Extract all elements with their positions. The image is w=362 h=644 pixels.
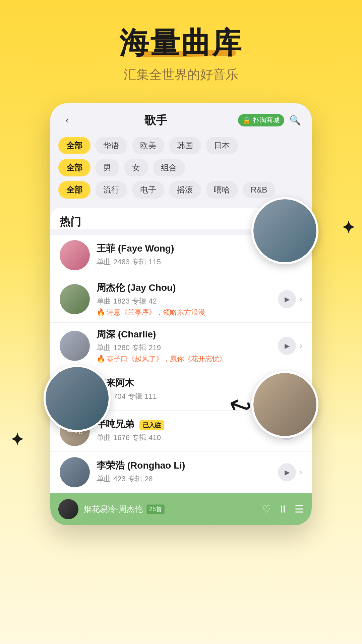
artist-name-faye-wong: 王菲 (Faye Wong) <box>97 242 271 255</box>
artist-stats-jay-chou: 单曲 1823 专辑 42 <box>97 296 271 306</box>
filter-tag-rnb[interactable]: R&B <box>243 182 275 198</box>
artist-hot-desc-charlie-zhou: 🔥 巷子口《起风了》，愿你《花开忘忧》 <box>97 354 271 364</box>
playlist-button[interactable]: ☰ <box>295 503 304 515</box>
artist-list: 王菲 (Faye Wong) 单曲 2483 专辑 115 ▶ › 周杰伦 (J… <box>50 235 312 493</box>
shop-lock-icon: 🔒 <box>243 116 251 124</box>
artist-avatar-faye-wong <box>60 240 90 270</box>
filter-tag-hiphop[interactable]: 嘻哈 <box>206 181 238 199</box>
shop-badge[interactable]: 🔒 扑淘商城 <box>238 114 284 126</box>
artist-name-jay-chou: 周杰伦 (Jay Chou) <box>97 281 271 294</box>
app-header: ‹ 歌手 🔒 扑淘商城 🔍 <box>50 103 312 133</box>
artist-actions-charlie-zhou: ▶ › <box>278 337 302 355</box>
filter-tag-electronic[interactable]: 电子 <box>132 181 164 199</box>
artist-name-charlie-zhou: 周深 (Charlie) <box>97 328 271 341</box>
artist-actions-jay-chou: ▶ › <box>278 290 302 308</box>
artist-info-li-ronghao: 李荣浩 (Ronghao Li) 单曲 423 专辑 28 <box>97 459 271 485</box>
artist-info-charlie-zhou: 周深 (Charlie) 单曲 1280 专辑 219 🔥 巷子口《起风了》，愿… <box>97 328 271 364</box>
filter-tag-female[interactable]: 女 <box>124 159 148 176</box>
chevron-right-jay-chou: › <box>299 294 302 304</box>
deco-circle-artist-1 <box>251 197 318 264</box>
chevron-right-charlie-zhou: › <box>299 340 302 351</box>
artist-avatar-jay-chou <box>60 284 90 314</box>
filter-row-gender: 全部 男 女 组合 <box>58 159 304 176</box>
play-button-jay-chou[interactable]: ▶ <box>278 290 296 308</box>
artist-stats-li-ronghao: 单曲 423 专辑 28 <box>97 474 271 484</box>
hero-title: 海量曲库 <box>119 27 243 59</box>
verified-badge-half-ton: 已入驻 <box>139 420 164 430</box>
phone-wrapper: ↩ ‹ 歌手 🔒 扑淘商城 🔍 全部 华语 欧美 <box>50 103 312 525</box>
artist-info-jay-chou: 周杰伦 (Jay Chou) 单曲 1823 专辑 42 🔥 诗意《兰亭序》，领… <box>97 281 271 317</box>
pause-button[interactable]: ⏸ <box>278 503 288 515</box>
shop-label: 扑淘商城 <box>253 116 280 125</box>
artist-name-li-ronghao: 李荣浩 (Ronghao Li) <box>97 459 271 472</box>
search-button[interactable]: 🔍 <box>288 114 302 127</box>
fire-icon-jay-chou: 🔥 <box>97 308 105 316</box>
app-title: 歌手 <box>144 113 167 128</box>
artist-item-li-ronghao[interactable]: 李荣浩 (Ronghao Li) 单曲 423 专辑 28 ▶ › <box>50 452 312 493</box>
filter-section: 全部 华语 欧美 韩国 日本 全部 男 女 组合 全部 流行 电子 摇滚 嘻哈 … <box>50 133 312 207</box>
filter-tag-japanese[interactable]: 日本 <box>206 137 238 154</box>
now-playing-title: 烟花易冷-周杰伦 <box>84 504 143 515</box>
star-decoration-1: ✦ <box>341 218 355 237</box>
filter-tag-western[interactable]: 欧美 <box>132 137 164 154</box>
fire-icon-charlie-zhou: 🔥 <box>97 355 105 363</box>
hero-subtitle: 汇集全世界的好音乐 <box>0 66 362 83</box>
play-button-li-ronghao[interactable]: ▶ <box>278 463 296 481</box>
filter-row-genre: 全部 流行 电子 摇滚 嘻哈 R&B <box>58 181 304 199</box>
filter-tag-chinese[interactable]: 华语 <box>95 137 127 154</box>
header-right: 🔒 扑淘商城 🔍 <box>238 114 302 127</box>
artist-item-charlie-zhou[interactable]: 周深 (Charlie) 单曲 1280 专辑 219 🔥 巷子口《起风了》，愿… <box>50 323 312 369</box>
deco-circle-artist-2 <box>44 365 111 432</box>
artist-avatar-li-ronghao <box>60 457 90 487</box>
now-playing-avatar <box>58 499 78 519</box>
now-playing-info: 烟花易冷-周杰伦 25首 <box>84 504 257 515</box>
filter-tag-all-gender[interactable]: 全部 <box>58 159 90 176</box>
hot-desc-text-jay-chou: 诗意《兰亭序》，领略东方浪漫 <box>107 308 205 317</box>
deco-circle-artist-3 <box>251 371 318 438</box>
chevron-right-li-ronghao: › <box>299 467 302 477</box>
filter-tag-rock[interactable]: 摇滚 <box>169 181 201 199</box>
search-icon: 🔍 <box>289 115 301 126</box>
play-button-charlie-zhou[interactable]: ▶ <box>278 337 296 355</box>
filter-tag-korean[interactable]: 韩国 <box>169 137 201 154</box>
filter-tag-all-genre[interactable]: 全部 <box>58 181 90 199</box>
artist-item-jay-chou[interactable]: 周杰伦 (Jay Chou) 单曲 1823 专辑 42 🔥 诗意《兰亭序》，领… <box>50 276 312 323</box>
quality-badge: 25首 <box>146 504 165 514</box>
artist-avatar-charlie-zhou <box>60 331 90 361</box>
artist-stats-faye-wong: 单曲 2483 专辑 115 <box>97 257 271 267</box>
artist-stats-half-ton: 单曲 1676 专辑 410 <box>97 433 271 443</box>
hero-section: 海量曲库 汇集全世界的好音乐 <box>0 0 362 93</box>
filter-tag-male[interactable]: 男 <box>95 159 119 176</box>
phone-mockup: ‹ 歌手 🔒 扑淘商城 🔍 全部 华语 欧美 韩国 日本 <box>50 103 312 525</box>
hot-desc-text-charlie-zhou: 巷子口《起风了》，愿你《花开忘忧》 <box>107 354 226 364</box>
heart-button[interactable]: ♡ <box>262 503 271 515</box>
now-playing-bar[interactable]: 烟花易冷-周杰伦 25首 ♡ ⏸ ☰ <box>50 493 312 525</box>
artist-stats-charlie-zhou: 单曲 1280 专辑 219 <box>97 343 271 353</box>
filter-tag-pop[interactable]: 流行 <box>95 181 127 199</box>
filter-tag-all-region[interactable]: 全部 <box>58 137 90 154</box>
now-playing-controls: ♡ ⏸ ☰ <box>262 503 304 515</box>
artist-actions-li-ronghao: ▶ › <box>278 463 302 481</box>
artist-name-hailai-amu: 海来阿木 <box>97 377 271 389</box>
artist-hot-desc-jay-chou: 🔥 诗意《兰亭序》，领略东方浪漫 <box>97 308 271 317</box>
filter-row-region: 全部 华语 欧美 韩国 日本 <box>58 137 304 154</box>
filter-tag-group[interactable]: 组合 <box>153 159 185 176</box>
artist-info-faye-wong: 王菲 (Faye Wong) 单曲 2483 专辑 115 <box>97 242 271 268</box>
star-decoration-2: ✦ <box>10 430 24 449</box>
back-button[interactable]: ‹ <box>60 114 74 127</box>
